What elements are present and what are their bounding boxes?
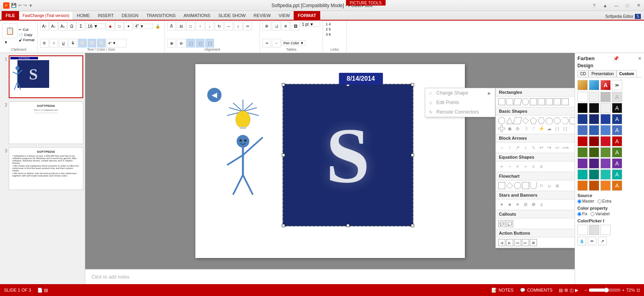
- fit-btn[interactable]: ⊡: [636, 288, 640, 293]
- crop-btn[interactable]: ✂: [243, 22, 252, 30]
- maximize-btn[interactable]: □: [622, 0, 633, 11]
- shape-format-btn2[interactable]: ⬚: [196, 39, 204, 47]
- star-6[interactable]: ⧮: [538, 201, 545, 208]
- basic-shape-18[interactable]: ☁: [546, 125, 553, 132]
- font-size-decrease-btn[interactable]: A↑: [40, 22, 49, 30]
- close-btn[interactable]: ✕: [633, 0, 644, 11]
- darkgray-swatch[interactable]: [589, 103, 599, 113]
- action-btn-5[interactable]: ⏹: [530, 239, 537, 246]
- darkblue-a[interactable]: A: [612, 114, 622, 124]
- chart-btn[interactable]: 📊: [272, 22, 281, 30]
- gradient-swatch-3[interactable]: A: [600, 80, 611, 90]
- slide-thumb-2[interactable]: 2 SOFTPEDIA This is a Softpedia test.: [2, 101, 83, 144]
- arrow-btn[interactable]: ↗: [598, 237, 607, 245]
- flip-h-btn[interactable]: ↔: [224, 22, 233, 30]
- arrow-3[interactable]: ↗: [514, 144, 521, 151]
- source-master-radio[interactable]: [577, 199, 581, 203]
- help-btn[interactable]: ?: [589, 0, 600, 11]
- star-2[interactable]: ★: [506, 201, 513, 208]
- basic-shape-9[interactable]: [562, 117, 569, 124]
- basic-shape-14[interactable]: ⊚: [514, 125, 521, 132]
- tab-slideshow[interactable]: SLIDE SHOW: [214, 11, 250, 20]
- tab-transitions[interactable]: TRANSITIONS: [142, 11, 180, 20]
- star-3[interactable]: ✶: [514, 201, 521, 208]
- teal-a[interactable]: A: [612, 169, 622, 180]
- distribute-btn[interactable]: ⊟: [177, 22, 185, 30]
- green-a[interactable]: A: [612, 147, 622, 157]
- eq-3[interactable]: ×: [514, 163, 521, 170]
- purple-swatch1[interactable]: [577, 158, 588, 169]
- medblue-a[interactable]: A: [612, 125, 622, 135]
- purple-a[interactable]: A: [612, 158, 622, 169]
- tab-home[interactable]: HOME: [73, 11, 94, 20]
- shape-format-btn1[interactable]: ⬚: [186, 39, 195, 47]
- normal-view-btn[interactable]: ▤: [559, 288, 563, 293]
- clear-format-btn[interactable]: Aₓ: [58, 22, 67, 30]
- rect-shape-5[interactable]: [530, 98, 537, 105]
- bold-btn[interactable]: B: [40, 39, 49, 47]
- shape-effect-btn[interactable]: ✦: [124, 22, 133, 30]
- medblue-swatch3[interactable]: [600, 125, 611, 135]
- flow-4[interactable]: [522, 182, 529, 189]
- comments-btn[interactable]: 💬 COMMENTS: [520, 288, 552, 293]
- quick-access-more[interactable]: ▼: [29, 3, 33, 8]
- slide-sorter-btn[interactable]: ⊞: [564, 288, 568, 293]
- handle-br[interactable]: [411, 224, 414, 227]
- basic-shape-octagon[interactable]: [554, 117, 561, 124]
- pencil-btn[interactable]: ✏: [588, 237, 596, 245]
- handle-mr[interactable]: [411, 154, 414, 157]
- farben-close-btn[interactable]: ✕: [638, 56, 642, 61]
- lightgray-swatch[interactable]: [589, 92, 599, 102]
- tab-file[interactable]: FILE: [2, 11, 19, 20]
- align-btn[interactable]: ⫚: [167, 22, 176, 30]
- shape-fill-btn[interactable]: ■: [106, 22, 115, 30]
- rect-shape-2[interactable]: [506, 98, 513, 105]
- minimize-btn[interactable]: —: [611, 0, 622, 11]
- arrow-style-btn[interactable]: →: [272, 39, 281, 47]
- action-btn-3[interactable]: ⏮: [514, 239, 521, 246]
- eq-2[interactable]: −: [506, 163, 513, 170]
- green-swatch2[interactable]: [589, 147, 599, 157]
- star-1[interactable]: ✦: [498, 201, 505, 208]
- cp-swatch-3[interactable]: [600, 225, 611, 235]
- context-menu-item-edit-points[interactable]: ◇ Edit Points: [425, 98, 495, 107]
- handle-tr[interactable]: [411, 83, 414, 86]
- arrow-1[interactable]: →: [498, 144, 505, 151]
- line-width-selector[interactable]: 1 pt ▼: [300, 22, 320, 27]
- tab-insert[interactable]: INSERT: [94, 11, 118, 20]
- basic-shape-10[interactable]: [569, 117, 575, 124]
- shape-active-btn2[interactable]: ⬜: [88, 39, 96, 47]
- rect-shape-9[interactable]: [562, 98, 569, 105]
- picture-btn[interactable]: 🖼: [291, 22, 300, 30]
- slide-thumb-3[interactable]: 3 SOFTPEDIA • Softpedia is a library of …: [2, 147, 83, 190]
- italic-btn[interactable]: I: [50, 39, 58, 47]
- rect-shape-3[interactable]: [513, 98, 522, 105]
- basic-shape-17[interactable]: ⚡: [538, 125, 545, 132]
- height-input[interactable]: 4" ▼: [107, 39, 126, 47]
- width-input[interactable]: 4" ▼: [133, 24, 153, 29]
- dash-style-btn[interactable]: ━: [262, 39, 271, 47]
- basic-shape-diamond[interactable]: [522, 117, 529, 124]
- zoom-slider[interactable]: [589, 288, 621, 292]
- handle-ml[interactable]: [282, 154, 285, 157]
- rotate-btn[interactable]: ↻: [215, 22, 224, 30]
- flow-1[interactable]: [498, 182, 505, 189]
- darkblue-swatch3[interactable]: [600, 114, 611, 124]
- quick-access-save[interactable]: 💾: [11, 3, 17, 8]
- action-btn-4[interactable]: ⏭: [522, 239, 529, 246]
- tab-format[interactable]: FORMAT: [294, 11, 320, 20]
- arrow-8[interactable]: ⇨: [554, 144, 561, 151]
- gray-swatch[interactable]: [600, 92, 611, 102]
- eq-6[interactable]: ≠: [538, 163, 545, 170]
- red-a[interactable]: A: [612, 136, 622, 146]
- green-swatch1[interactable]: [577, 147, 588, 157]
- rect-shape-4[interactable]: [522, 98, 529, 105]
- slide-preview-1[interactable]: SOFTPEDIA S: [9, 55, 83, 98]
- eq-1[interactable]: +: [498, 163, 505, 170]
- send-back-btn[interactable]: ↓: [205, 22, 214, 30]
- strikethrough-btn[interactable]: S̶: [69, 39, 77, 47]
- dropper-btn[interactable]: 💧: [577, 237, 586, 245]
- callout-1[interactable]: 💬: [498, 220, 505, 227]
- zoom-out-btn[interactable]: −: [585, 288, 587, 292]
- lock-ratio-btn[interactable]: 🔒: [153, 22, 162, 30]
